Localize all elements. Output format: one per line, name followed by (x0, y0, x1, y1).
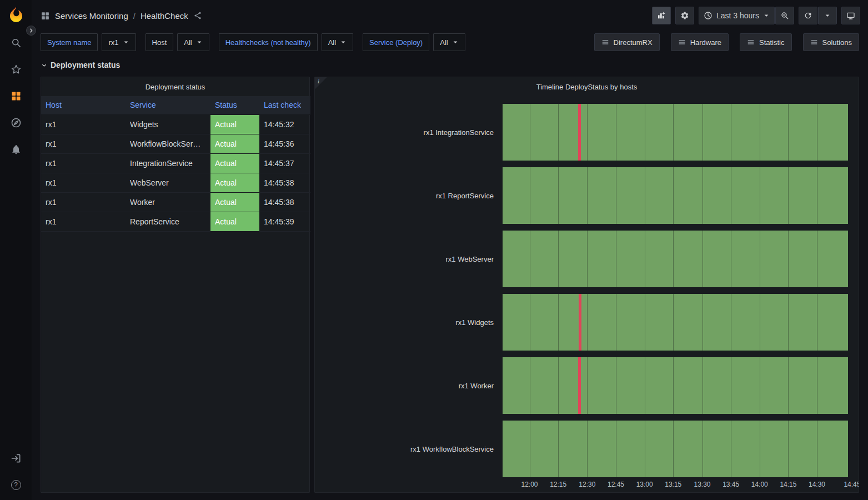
timeline-state-bar[interactable] (503, 421, 848, 477)
cell-status: Actual (210, 192, 259, 212)
x-tick-label: 14:30 (809, 481, 825, 488)
gridline (788, 421, 789, 477)
panel-info-icon[interactable]: i (315, 77, 327, 89)
clock-icon (704, 11, 713, 20)
quick-link-directumrx[interactable]: DirectumRX (594, 33, 660, 51)
timeline-state-bar[interactable] (503, 294, 848, 351)
refresh-interval-dropdown[interactable] (818, 7, 837, 24)
cell-host: rx1 (41, 153, 126, 173)
panel-deployment-status: Deployment status Host Service Status La… (41, 77, 310, 493)
expand-sidebar-button[interactable] (26, 26, 36, 36)
filter-group-0: System namerx1 (41, 33, 136, 51)
gridline (817, 104, 817, 161)
incident-segment[interactable] (579, 294, 582, 351)
filter-value-dropdown[interactable]: All (177, 33, 209, 51)
filter-value-dropdown[interactable]: All (433, 33, 465, 51)
gridline (673, 231, 674, 287)
grafana-app: ? Services Monitoring / HealthCheck (0, 0, 868, 500)
gridline (616, 357, 616, 414)
breadcrumb-dashboard[interactable]: HealthCheck (141, 11, 188, 21)
gridline (558, 294, 559, 351)
timeline-state-bar[interactable] (503, 231, 848, 287)
gridline (703, 231, 703, 287)
col-header-host[interactable]: Host (41, 96, 126, 114)
help-icon[interactable]: ? (9, 478, 23, 492)
filter-group-2: Healthchecks (not healthy)All (219, 33, 353, 51)
kiosk-mode-button[interactable] (841, 7, 860, 24)
row-toggle-deployment-status[interactable]: Deployment status (41, 58, 859, 72)
timeline-state-bar[interactable] (503, 104, 848, 161)
gridline (673, 357, 674, 414)
filter-value-dropdown[interactable]: All (322, 33, 353, 51)
gridline (673, 104, 674, 161)
x-tick-label: 13:30 (694, 481, 711, 488)
topbar: Services Monitoring / HealthCheck Last (32, 0, 868, 31)
chevron-down-icon (452, 39, 459, 46)
filter-label[interactable]: Service (Deploy) (363, 33, 429, 51)
filters: System namerx1HostAllHealthchecks (not h… (41, 33, 465, 51)
cell-service: Widgets (126, 114, 210, 134)
x-tick-label: 13:00 (636, 481, 653, 488)
incident-segment[interactable] (578, 357, 580, 414)
gridline (530, 104, 530, 161)
panel-title-timeline[interactable]: Timeline DeployStatus by hosts (315, 77, 859, 96)
timeline-state-bar[interactable] (503, 167, 848, 224)
gridline (703, 421, 703, 477)
gridline (703, 357, 703, 414)
deployment-table: Host Service Status Last check rx1Widget… (41, 96, 310, 232)
alerting-bell-icon[interactable] (9, 142, 23, 157)
zoom-out-time-button[interactable] (775, 7, 794, 24)
cell-service: Worker (126, 192, 210, 212)
timeline-row-label: rx1 Widgets (315, 294, 503, 351)
gridline (616, 231, 616, 287)
gridline (731, 294, 731, 351)
breadcrumb: Services Monitoring / HealthCheck (41, 11, 202, 21)
time-range-picker[interactable]: Last 3 hours (699, 7, 775, 24)
cell-service: WorkflowBlockSer… (126, 134, 210, 153)
refresh-button[interactable] (799, 7, 817, 24)
gridline (703, 167, 703, 224)
dashboards-icon[interactable] (9, 89, 23, 103)
col-header-status[interactable]: Status (210, 96, 259, 114)
starred-icon[interactable] (9, 62, 23, 77)
gridline (616, 167, 616, 224)
gridline (558, 104, 559, 161)
filter-label[interactable]: System name (41, 33, 98, 51)
add-panel-button[interactable] (652, 7, 671, 24)
share-icon[interactable] (193, 11, 202, 20)
gridline (731, 421, 731, 477)
gridline (760, 421, 760, 477)
gridline (788, 167, 789, 224)
gear-icon (680, 11, 689, 20)
quick-link-hardware[interactable]: Hardware (671, 33, 729, 51)
filter-label[interactable]: Healthchecks (not healthy) (219, 33, 318, 51)
quick-link-solutions[interactable]: Solutions (803, 33, 859, 51)
table-header-row: Host Service Status Last check (41, 96, 310, 114)
gridline (587, 167, 588, 224)
cell-status: Actual (210, 134, 259, 153)
submenu: System namerx1HostAllHealthchecks (not h… (32, 31, 868, 53)
panel-title-deployment-status[interactable]: Deployment status (41, 77, 309, 96)
quick-link-statistic[interactable]: Statistic (740, 33, 792, 51)
gridline (616, 421, 616, 477)
dashboard-settings-button[interactable] (675, 7, 694, 24)
filter-label[interactable]: Host (145, 33, 174, 51)
x-tick-label: 13:15 (665, 481, 681, 488)
incident-segment[interactable] (578, 104, 580, 161)
main-area: Services Monitoring / HealthCheck Last (32, 0, 868, 500)
col-header-service[interactable]: Service (126, 96, 210, 114)
table-row: rx1WidgetsActual14:45:32 (41, 114, 310, 134)
breadcrumb-folder[interactable]: Services Monitoring (55, 11, 128, 21)
chevron-down-icon (123, 39, 129, 46)
cell-service: IntegrationService (126, 153, 210, 173)
search-icon[interactable] (9, 36, 23, 50)
explore-compass-icon[interactable] (9, 116, 23, 130)
gridline (731, 104, 731, 161)
gridline (530, 294, 530, 351)
sign-in-icon[interactable] (9, 451, 23, 466)
filter-value-dropdown[interactable]: rx1 (102, 33, 136, 51)
grafana-logo[interactable] (7, 6, 25, 23)
col-header-last-check[interactable]: Last check (259, 96, 310, 114)
gridline (788, 104, 789, 161)
timeline-state-bar[interactable] (503, 357, 848, 414)
